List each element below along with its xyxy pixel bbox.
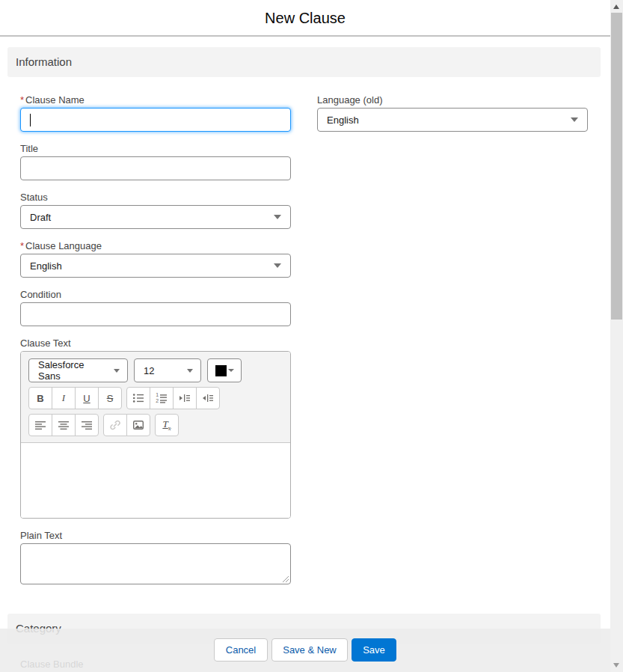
indent-button[interactable]	[173, 387, 197, 409]
save-and-new-button[interactable]: Save & New	[271, 638, 348, 662]
modal-header: New Clause	[0, 0, 610, 37]
clear-group: Tx	[155, 414, 179, 436]
plain-text-textarea[interactable]	[20, 543, 291, 584]
outdent-button[interactable]	[196, 387, 220, 409]
modal-footer: Cancel Save & New Save	[0, 629, 610, 672]
italic-button[interactable]: I	[52, 387, 76, 409]
chevron-down-icon	[571, 117, 578, 122]
chevron-down-icon	[274, 215, 281, 219]
scroll-up-arrow-icon[interactable]	[613, 4, 619, 9]
font-family-dropdown[interactable]: Salesforce Sans	[28, 358, 128, 382]
chevron-down-icon	[187, 369, 193, 373]
clause-text-label: Clause Text	[20, 337, 291, 349]
bold-button[interactable]: B	[28, 387, 52, 409]
field-plain-text: Plain Text	[20, 530, 291, 584]
condition-input[interactable]	[20, 302, 291, 326]
clause-name-label: *Clause Name	[20, 94, 291, 106]
status-dropdown[interactable]: Draft	[20, 205, 291, 229]
save-button[interactable]: Save	[352, 638, 396, 662]
title-label: Title	[20, 143, 291, 155]
clause-language-label: *Clause Language	[20, 240, 291, 252]
svg-text:2: 2	[156, 398, 159, 403]
align-group	[28, 414, 99, 436]
scroll-down-arrow-icon[interactable]	[613, 663, 619, 668]
vertical-scrollbar[interactable]	[610, 0, 623, 672]
field-condition: Condition	[20, 289, 291, 326]
page-title: New Clause	[265, 10, 346, 26]
bullet-list-button[interactable]	[126, 387, 150, 409]
strikethrough-button[interactable]: S	[98, 387, 122, 409]
field-clause-language: *Clause Language English	[20, 240, 291, 278]
font-size-value: 12	[144, 365, 181, 376]
numbered-list-button[interactable]: 12	[150, 387, 174, 409]
strikethrough-icon: S	[107, 393, 114, 404]
section-header-information[interactable]: Information	[7, 47, 601, 77]
clear-formatting-icon: Tx	[162, 418, 171, 432]
form-column-right: Language (old) English	[317, 94, 588, 143]
link-button[interactable]	[103, 414, 127, 436]
outdent-icon	[202, 392, 214, 404]
field-title: Title	[20, 143, 291, 180]
underline-button[interactable]: U	[75, 387, 99, 409]
information-form: *Clause Name Title Status Draft *Clause …	[0, 77, 610, 596]
align-right-icon	[81, 419, 93, 431]
font-size-dropdown[interactable]: 12	[134, 358, 201, 382]
chevron-down-icon	[274, 263, 281, 268]
section-title: Information	[16, 55, 72, 68]
rte-toolbar: Salesforce Sans 12	[21, 352, 290, 443]
required-asterisk: *	[20, 240, 24, 251]
scrollbar-thumb[interactable]	[611, 13, 622, 320]
field-language-old: Language (old) English	[317, 94, 588, 132]
font-family-value: Salesforce Sans	[38, 359, 108, 382]
numbered-list-icon: 12	[156, 392, 168, 404]
field-clause-name: *Clause Name	[20, 94, 291, 132]
new-clause-modal: New Clause Information *Clause Name Titl…	[0, 0, 610, 672]
rte-toolbar-row-1: Salesforce Sans 12	[28, 358, 283, 382]
link-icon	[109, 419, 121, 431]
insert-group	[103, 414, 150, 436]
image-button[interactable]	[126, 414, 150, 436]
language-old-value: English	[327, 114, 571, 126]
rte-content-area[interactable]	[21, 443, 290, 518]
rich-text-editor: Salesforce Sans 12	[20, 351, 291, 519]
rte-toolbar-row-3: Tx	[28, 414, 283, 436]
italic-icon: I	[62, 392, 65, 404]
plain-text-label: Plain Text	[20, 530, 291, 542]
clear-formatting-button[interactable]: Tx	[155, 414, 179, 436]
chevron-down-icon	[114, 369, 120, 373]
field-status: Status Draft	[20, 192, 291, 229]
list-group: 12	[126, 387, 220, 409]
align-left-icon	[34, 419, 46, 431]
rte-toolbar-row-2: B I U S 12	[28, 387, 283, 409]
language-old-dropdown[interactable]: English	[317, 108, 588, 132]
resize-handle[interactable]	[281, 575, 289, 582]
align-right-button[interactable]	[75, 414, 99, 436]
clause-language-value: English	[30, 260, 274, 272]
align-left-button[interactable]	[28, 414, 52, 436]
title-input[interactable]	[20, 156, 291, 180]
text-cursor-caret	[30, 114, 31, 126]
bold-icon: B	[37, 393, 43, 404]
color-swatch	[215, 365, 227, 376]
indent-icon	[179, 392, 191, 404]
language-old-label: Language (old)	[317, 94, 588, 106]
svg-text:1: 1	[156, 392, 159, 397]
required-asterisk: *	[20, 94, 24, 106]
clause-language-dropdown[interactable]: English	[20, 254, 291, 278]
align-center-button[interactable]	[52, 414, 76, 436]
text-color-picker[interactable]	[207, 358, 242, 382]
underline-icon: U	[83, 393, 90, 404]
field-clause-text: Clause Text Salesforce Sans 12	[20, 337, 291, 519]
condition-label: Condition	[20, 289, 291, 301]
chevron-down-icon	[228, 369, 234, 372]
status-value: Draft	[30, 212, 274, 223]
status-label: Status	[20, 192, 291, 204]
format-group: B I U S	[28, 387, 122, 409]
clause-name-input[interactable]	[20, 108, 291, 132]
bullet-list-icon	[132, 392, 144, 404]
align-center-icon	[58, 419, 70, 431]
cancel-button[interactable]: Cancel	[214, 638, 268, 662]
image-icon	[132, 419, 144, 431]
form-column-left: *Clause Name Title Status Draft *Clause …	[20, 94, 291, 596]
